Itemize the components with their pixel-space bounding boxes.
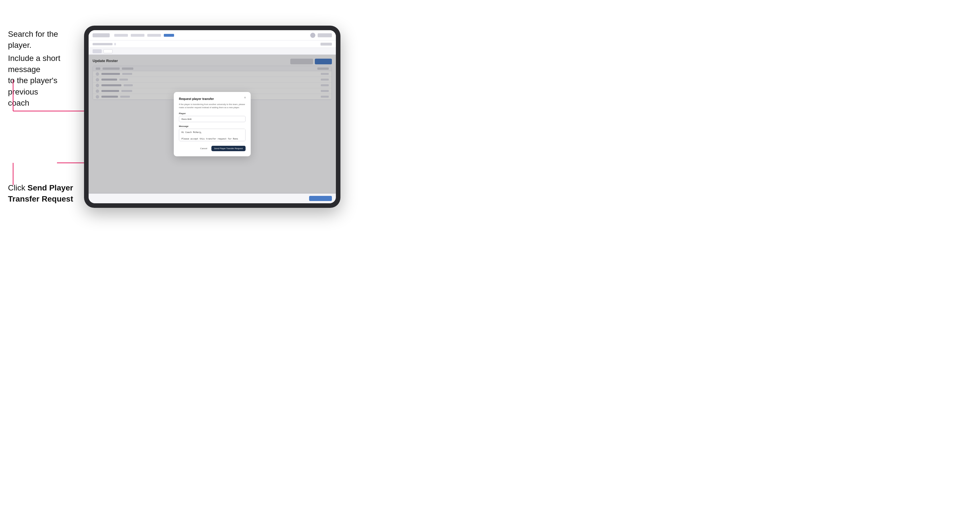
tablet-device: Update Roster xyxy=(84,25,340,208)
breadcrumb-separator xyxy=(114,43,116,45)
modal-overlay: Request player transfer × If the player … xyxy=(89,55,336,194)
cancel-button[interactable]: Cancel xyxy=(199,146,209,151)
send-transfer-request-button[interactable]: Send Player Transfer Request xyxy=(212,146,245,151)
annotation-click: Click Send Player Transfer Request xyxy=(8,182,76,205)
sub-header xyxy=(89,40,336,48)
modal-close-button[interactable]: × xyxy=(243,95,247,100)
app-logo xyxy=(92,33,110,37)
tab-roster[interactable] xyxy=(92,49,102,53)
annotation-message: Include a short messageto the player's p… xyxy=(8,53,76,108)
nav-items xyxy=(114,34,310,37)
tabs-bar xyxy=(89,48,336,55)
nav-item-stats[interactable] xyxy=(147,34,161,37)
nav-item-teams[interactable] xyxy=(131,34,145,37)
user-avatar[interactable] xyxy=(310,33,315,38)
header-right xyxy=(310,33,332,38)
main-content: Update Roster xyxy=(89,55,336,194)
tablet-screen: Update Roster xyxy=(89,30,336,203)
message-textarea[interactable]: Hi Coach McHarg, Please accept this tran… xyxy=(179,129,245,141)
header-action-button[interactable] xyxy=(318,33,332,37)
message-label: Message xyxy=(179,125,245,127)
modal-title: Request player transfer xyxy=(179,97,245,100)
player-label: Player xyxy=(179,112,245,115)
modal-description: If the player is transferring from anoth… xyxy=(179,103,245,110)
player-input[interactable] xyxy=(179,116,245,122)
modal-footer: Cancel Send Player Transfer Request xyxy=(179,146,245,151)
annotation-search: Search for the player. xyxy=(8,29,80,51)
bottom-bar xyxy=(89,193,336,203)
nav-item-tournaments[interactable] xyxy=(114,34,128,37)
app-header xyxy=(89,30,336,40)
bottom-save-button[interactable] xyxy=(309,196,332,201)
request-transfer-modal: Request player transfer × If the player … xyxy=(174,92,251,156)
breadcrumb-action[interactable] xyxy=(320,43,332,46)
breadcrumb-team xyxy=(92,43,113,45)
tab-active[interactable] xyxy=(103,49,113,53)
nav-item-active[interactable] xyxy=(164,34,174,37)
